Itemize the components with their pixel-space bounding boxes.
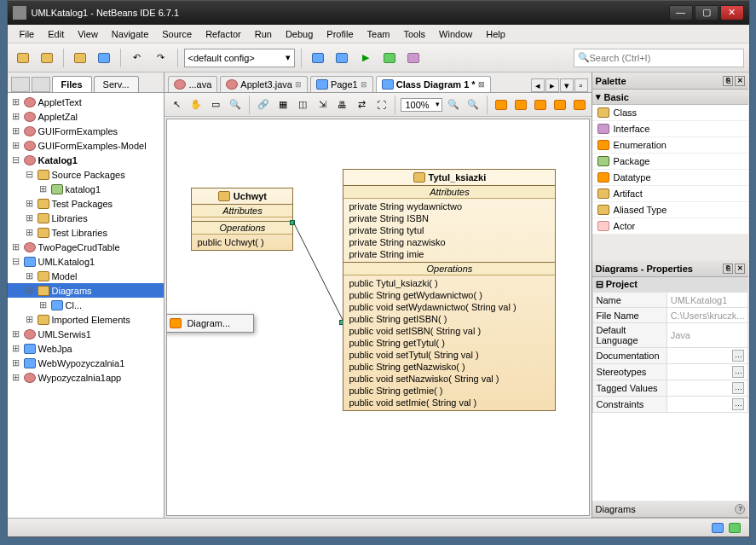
tree-toggle-icon[interactable]: ⊞	[11, 111, 21, 122]
zoom-in-icon[interactable]: 🔍	[445, 96, 462, 113]
tab-list-icon[interactable]: ▾	[560, 78, 574, 92]
uml-member[interactable]: private String ISBN	[349, 212, 550, 224]
tree-toggle-icon[interactable]: ⊟	[11, 256, 21, 267]
tab-close-icon[interactable]: ⊠	[295, 80, 302, 89]
uml-member[interactable]: public void setTytul( String val )	[349, 349, 550, 361]
tree-toggle-icon[interactable]: ⊞	[11, 343, 21, 354]
property-row[interactable]: Constraints…	[592, 397, 748, 413]
uml-member[interactable]: public String getImie( )	[349, 385, 550, 397]
tree-row[interactable]: ⊞Imported Elements	[8, 312, 164, 327]
uml-class-tytul[interactable]: Tytul_ksiazki Attributes private String …	[343, 169, 556, 411]
run-icon[interactable]: ▶	[355, 48, 376, 68]
tab-close-icon[interactable]: ⊠	[478, 80, 485, 89]
uml-member[interactable]: private String tytul	[349, 224, 550, 236]
tree-row[interactable]: ⊞GUIFormExamples-Model	[8, 138, 164, 153]
save-icon[interactable]	[94, 48, 114, 68]
prop-edit-icon[interactable]: …	[732, 398, 744, 410]
menu-tools[interactable]: Tools	[396, 27, 432, 41]
files-tab[interactable]: Files	[52, 76, 92, 92]
menu-source[interactable]: Source	[155, 27, 199, 41]
tree-row[interactable]: ⊞Test Libraries	[8, 225, 164, 240]
tree-toggle-icon[interactable]: ⊞	[11, 96, 21, 107]
tree-row[interactable]: ⊟Katalog1	[8, 153, 164, 167]
tree-row[interactable]: ⊞Model	[8, 269, 164, 283]
prop-value[interactable]: …	[667, 397, 748, 413]
uml-member[interactable]: public void setISBN( String val )	[349, 325, 550, 337]
palette-item[interactable]: Artifact	[592, 186, 749, 202]
tree-row[interactable]: ⊞WebWypozyczalnia1	[8, 356, 164, 370]
tree-toggle-icon[interactable]: ⊞	[25, 314, 35, 325]
editor-tab[interactable]: Class Diagram 1 *⊠	[376, 76, 491, 92]
debug-icon[interactable]	[379, 48, 400, 68]
minimize-button[interactable]: —	[669, 5, 693, 20]
editor-tab[interactable]: Applet3.java⊠	[220, 76, 308, 92]
palette-item[interactable]: Actor	[592, 218, 749, 235]
uml-member[interactable]: private String wydawnictwo	[349, 200, 550, 212]
panel-pin-icon[interactable]: ⎘	[723, 76, 733, 86]
menu-debug[interactable]: Debug	[279, 27, 320, 41]
tree-row[interactable]: ⊟Source Packages	[8, 167, 164, 182]
context-submenu[interactable]: Diagram...	[166, 314, 254, 333]
tree-toggle-icon[interactable]: ⊞	[11, 328, 21, 339]
uml-member[interactable]: public String getTytul( )	[349, 337, 550, 349]
uml-member[interactable]: public void setWydawnictwo( String val )	[349, 301, 550, 313]
tree-toggle-icon[interactable]: ⊞	[11, 357, 21, 368]
uml-member[interactable]: public String getISBN( )	[349, 313, 550, 325]
tree-row[interactable]: ⊞WebJpa	[8, 341, 164, 356]
tree-toggle-icon[interactable]: ⊞	[38, 299, 49, 310]
palette-item[interactable]: Package	[592, 154, 749, 170]
close-button[interactable]: ✕	[720, 5, 744, 20]
property-row[interactable]: Stereotypes…	[592, 364, 748, 380]
maximize-button[interactable]: ▢	[695, 5, 718, 20]
prop-edit-icon[interactable]: …	[732, 382, 744, 394]
palette-item[interactable]: Enumeration	[592, 137, 749, 154]
palette-item[interactable]: Interface	[592, 121, 749, 137]
export-icon[interactable]: ⇲	[314, 96, 331, 113]
menu-run[interactable]: Run	[248, 27, 279, 41]
panel-close-icon[interactable]: ✕	[735, 264, 745, 274]
uml-member[interactable]: public String getNazwisko( )	[349, 361, 550, 373]
search-box[interactable]: 🔍	[574, 49, 744, 67]
palette-item[interactable]: Aliased Type	[592, 202, 749, 218]
palette-scroll[interactable]: ▾Basic ClassInterfaceEnumerationPackageD…	[592, 90, 749, 260]
tree-row[interactable]: ⊞TwoPageCrudTable	[8, 240, 164, 254]
tree-toggle-icon[interactable]: ⊞	[25, 212, 35, 223]
tree-row[interactable]: ⊞GUIFormExamples	[8, 124, 164, 138]
tree-toggle-icon[interactable]: ⊞	[25, 270, 35, 281]
tree-toggle-icon[interactable]: ⊞	[38, 183, 49, 194]
prop-value[interactable]: Java	[667, 323, 748, 348]
services-tab[interactable]: Serv...	[94, 76, 139, 92]
prop-value[interactable]: UMLKatalog1	[667, 293, 748, 308]
tree-toggle-icon[interactable]: ⊞	[11, 140, 21, 151]
open-icon[interactable]	[70, 48, 90, 68]
tree-toggle-icon[interactable]: ⊟	[25, 169, 35, 180]
menu-refactor[interactable]: Refactor	[199, 27, 248, 41]
align1-icon[interactable]	[493, 96, 510, 113]
projects-min-icon[interactable]	[32, 77, 50, 92]
help-icon[interactable]: ?	[735, 504, 745, 514]
property-row[interactable]: Tagged Values…	[592, 380, 748, 397]
menu-team[interactable]: Team	[361, 27, 397, 41]
projects-tab-icon[interactable]	[11, 77, 30, 92]
marquee-icon[interactable]: ▭	[207, 96, 224, 113]
new-project-icon[interactable]	[37, 48, 57, 68]
tab-next-icon[interactable]: ▸	[545, 78, 559, 92]
menu-window[interactable]: Window	[432, 27, 479, 41]
menu-file[interactable]: File	[13, 27, 42, 41]
zoom-dropdown[interactable]: 100%	[401, 98, 441, 112]
prop-value[interactable]: …	[667, 380, 748, 397]
uml-class-uchwyt[interactable]: Uchwyt Attributes Operations public Uchw…	[191, 188, 293, 251]
diagram-canvas[interactable]: Uchwyt Attributes Operations public Uchw…	[166, 119, 589, 516]
tree-row[interactable]: ⊞Test Packages	[8, 196, 164, 211]
tree-toggle-icon[interactable]: ⊟	[25, 285, 35, 296]
uml-member[interactable]: public Uchwyt( )	[197, 236, 287, 248]
editor-tab[interactable]: Page1⊠	[310, 76, 373, 92]
palette-category[interactable]: ▾Basic	[592, 90, 749, 105]
tree-row[interactable]: ⊞AppletZal	[8, 109, 164, 124]
uml-member[interactable]: private String imie	[349, 248, 550, 260]
prop-category[interactable]: ⊟ Project	[592, 277, 749, 292]
prop-edit-icon[interactable]: …	[732, 366, 744, 378]
menu-view[interactable]: View	[71, 27, 105, 41]
uml-member[interactable]: public Tytul_ksiazki( )	[349, 277, 550, 289]
build-icon[interactable]	[308, 48, 328, 68]
